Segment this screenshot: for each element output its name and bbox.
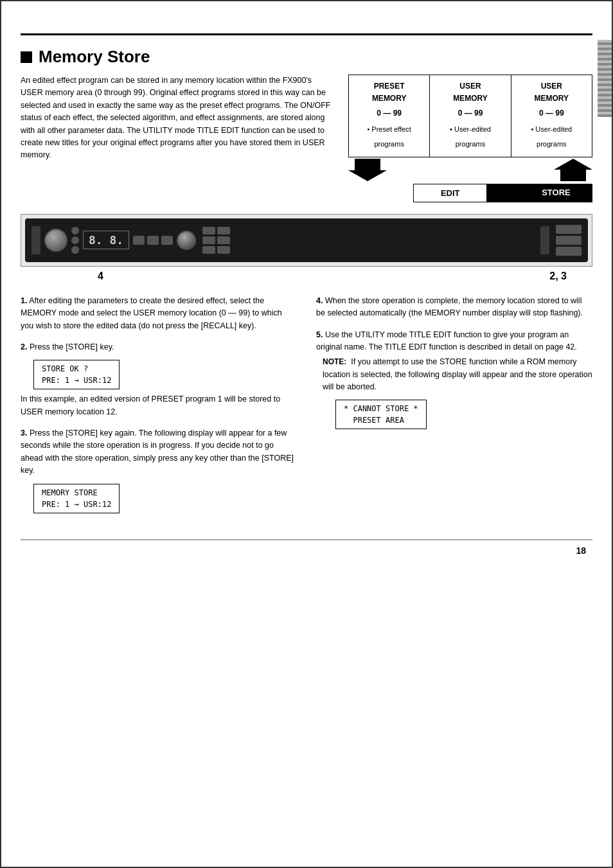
step-3-display: MEMORY STOREPRE: 1 → USR:12 bbox=[33, 484, 120, 513]
device-left-btn bbox=[31, 226, 40, 254]
memory-diagram: PRESET MEMORY 0 — 99 • Preset effect pro… bbox=[348, 75, 592, 202]
label-num-4: 4 bbox=[98, 270, 103, 282]
step-3-text: 3. Press the [STORE] key again. The foll… bbox=[21, 427, 297, 477]
user2-range: 0 — 99 bbox=[514, 107, 589, 120]
device-mid-buttons bbox=[133, 236, 173, 245]
edit-store-row: EDIT STORE bbox=[348, 184, 592, 202]
user1-range: 0 — 99 bbox=[432, 107, 508, 120]
note-block: NOTE: If you attempt to use the STORE fu… bbox=[323, 356, 592, 433]
device-small-controls bbox=[71, 227, 79, 254]
device-main-knob bbox=[44, 229, 67, 252]
section-icon bbox=[21, 51, 32, 63]
top-border bbox=[21, 33, 592, 35]
step-5: 5. Use the UTILITY mode TITLE EDIT funct… bbox=[316, 329, 592, 434]
step-2-display: STORE OK ?PRE: 1 → USR:12 bbox=[33, 360, 120, 389]
user-memory-box-2: USER MEMORY 0 — 99 • User-edited program… bbox=[511, 75, 592, 157]
user-memory-box-1: USER MEMORY 0 — 99 • User-edited program… bbox=[430, 75, 511, 157]
step-5-number: 5. bbox=[316, 330, 323, 339]
preset-range: 0 — 99 bbox=[351, 107, 427, 120]
user1-title2: MEMORY bbox=[432, 93, 508, 105]
user2-title2: MEMORY bbox=[514, 93, 589, 105]
device-power-area bbox=[556, 225, 582, 256]
device-panel: 8. 8. bbox=[25, 218, 588, 262]
step-3: 3. Press the [STORE] key again. The foll… bbox=[21, 427, 297, 517]
right-pattern-decoration bbox=[598, 40, 612, 117]
section-header: Memory Store bbox=[21, 47, 592, 67]
step-1: 1. After editing the parameters to creat… bbox=[21, 295, 297, 332]
label-num-23: 2, 3 bbox=[549, 270, 567, 282]
page-number: 18 bbox=[1, 545, 586, 556]
user2-title1: USER bbox=[514, 80, 589, 93]
steps-right: 4. When the store operation is complete,… bbox=[316, 295, 592, 526]
svg-marker-0 bbox=[348, 159, 387, 181]
user1-desc1: • User-edited bbox=[432, 124, 508, 136]
bottom-border bbox=[21, 539, 592, 540]
step-4-number: 4. bbox=[316, 296, 323, 305]
user1-title1: USER bbox=[432, 80, 508, 93]
store-box: STORE bbox=[520, 184, 592, 202]
preset-memory-box: PRESET MEMORY 0 — 99 • Preset effect pro… bbox=[348, 75, 430, 157]
step-1-number: 1. bbox=[21, 296, 27, 305]
note-label: NOTE: bbox=[323, 357, 346, 366]
device-section: 8. 8. bbox=[21, 214, 592, 267]
note-text: NOTE: If you attempt to use the STORE fu… bbox=[323, 356, 592, 393]
preset-title1: PRESET bbox=[351, 80, 427, 93]
device-far-right bbox=[540, 226, 549, 254]
preset-desc1: • Preset effect bbox=[351, 124, 427, 136]
user2-desc2: programs bbox=[514, 139, 589, 150]
cannot-store-display: * CANNOT STORE * PRESET AREA bbox=[335, 400, 427, 429]
main-content: An edited effect program can be stored i… bbox=[21, 75, 592, 202]
steps-section: 1. After editing the parameters to creat… bbox=[21, 295, 592, 526]
intro-text: An edited effect program can be stored i… bbox=[21, 75, 335, 202]
arrow-down-svg bbox=[348, 159, 387, 181]
user2-desc1: • User-edited bbox=[514, 124, 589, 136]
arrow-row bbox=[348, 157, 592, 182]
device-right-knob bbox=[177, 231, 196, 250]
user1-desc2: programs bbox=[432, 139, 508, 150]
arrow-up-svg bbox=[554, 159, 592, 181]
device-display: 8. 8. bbox=[83, 231, 129, 249]
step-2-text: 2. Press the [STORE] key. bbox=[21, 341, 297, 353]
device-labels: 4 2, 3 bbox=[21, 270, 592, 282]
edit-box: EDIT bbox=[413, 184, 487, 202]
device-right-buttons bbox=[202, 227, 230, 254]
step-4-text: 4. When the store operation is complete,… bbox=[316, 295, 592, 320]
step-2-extra: In this example, an edited version of PR… bbox=[21, 393, 297, 418]
step-2: 2. Press the [STORE] key. STORE OK ?PRE:… bbox=[21, 341, 297, 418]
step-1-text: 1. After editing the parameters to creat… bbox=[21, 295, 297, 332]
step-3-number: 3. bbox=[21, 429, 27, 438]
page-container: Memory Store An edited effect program ca… bbox=[0, 0, 613, 868]
steps-left: 1. After editing the parameters to creat… bbox=[21, 295, 297, 526]
svg-marker-1 bbox=[554, 159, 592, 181]
memory-boxes: PRESET MEMORY 0 — 99 • Preset effect pro… bbox=[348, 75, 592, 157]
step-5-text: 5. Use the UTILITY mode TITLE EDIT funct… bbox=[316, 329, 592, 354]
preset-desc2: programs bbox=[351, 139, 427, 150]
preset-title2: MEMORY bbox=[351, 93, 427, 105]
step-2-number: 2. bbox=[21, 342, 27, 351]
section-title: Memory Store bbox=[39, 47, 150, 67]
step-4: 4. When the store operation is complete,… bbox=[316, 295, 592, 320]
